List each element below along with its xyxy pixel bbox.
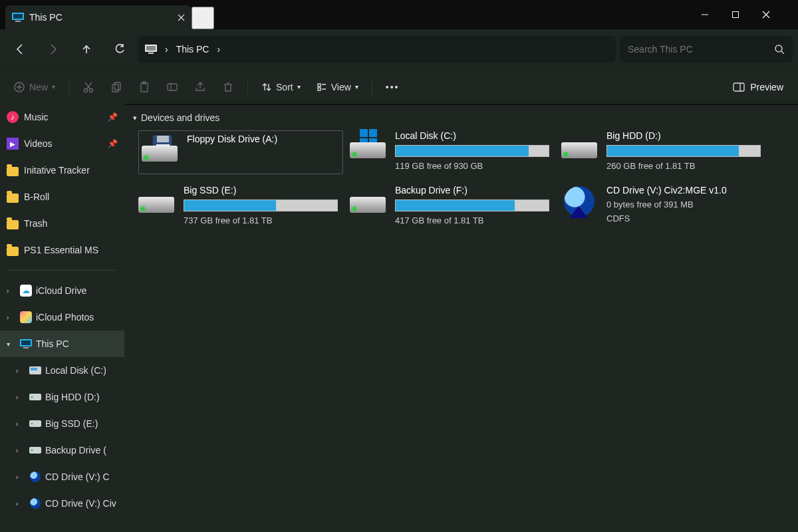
tree-item-cd-drive-v-c[interactable]: › CD Drive (V:) C <box>0 464 124 490</box>
sidebar-item-trash[interactable]: Trash <box>0 210 124 237</box>
drive-name: Floppy Disk Drive (A:) <box>187 134 340 144</box>
sidebar-item-label: Initative Tracker <box>24 165 90 176</box>
separator <box>9 270 115 271</box>
expand-toggle[interactable]: › <box>16 394 25 401</box>
sort-menu[interactable]: Sort ▾ <box>255 75 307 99</box>
delete-button[interactable] <box>215 75 241 99</box>
forward-button[interactable] <box>39 35 68 64</box>
folder-icon <box>7 191 19 203</box>
drive-free-text: 260 GB free of 1.81 TB <box>606 161 766 171</box>
sidebar-item-videos[interactable]: ▶ Videos 📌 <box>0 130 124 157</box>
drive-item[interactable]: CD Drive (V:) Civ2:MGE v1.0 0 bytes free… <box>561 185 766 229</box>
chevron-down-icon: ▾ <box>133 114 137 122</box>
cloud-icon: ☁ <box>20 285 32 297</box>
search-box[interactable] <box>620 36 793 63</box>
hdd-icon <box>29 444 41 456</box>
content-area[interactable]: ▾ Devices and drives Floppy Disk Drive (… <box>125 104 798 532</box>
photos-icon <box>20 311 32 323</box>
svg-rect-3 <box>733 12 739 18</box>
navigation-pane[interactable]: ♪ Music 📌 ▶ Videos 📌 Initative Tracker B… <box>0 104 125 532</box>
tree-item-big-hdd-d-[interactable]: › Big HDD (D:) <box>0 384 124 410</box>
back-button[interactable] <box>5 35 35 64</box>
close-window-button[interactable] <box>762 0 793 29</box>
chevron-down-icon: ▾ <box>355 83 358 90</box>
tree-item-label: Backup Drive ( <box>45 445 106 456</box>
drive-item[interactable]: Big SSD (E:) 737 GB free of 1.81 TB <box>138 185 343 229</box>
more-button[interactable]: ••• <box>379 75 406 99</box>
svg-point-9 <box>84 88 88 92</box>
svg-rect-21 <box>23 347 29 348</box>
tree-item-label: iCloud Photos <box>36 312 94 323</box>
pin-icon: 📌 <box>108 139 118 148</box>
maximize-button[interactable] <box>732 0 762 29</box>
svg-rect-13 <box>141 83 148 92</box>
tree-item-label: CD Drive (V:) Civ <box>45 498 116 509</box>
music-icon: ♪ <box>7 111 19 123</box>
expand-toggle[interactable]: › <box>16 367 25 374</box>
sidebar-item-ps1 essential ms[interactable]: PS1 Essential MS <box>0 237 124 263</box>
drive-name: Big HDD (D:) <box>606 130 766 141</box>
expand-toggle[interactable]: › <box>16 500 25 507</box>
copy-button[interactable] <box>104 75 129 99</box>
more-icon: ••• <box>386 82 400 92</box>
drive-item[interactable]: Local Disk (C:) 119 GB free of 930 GB <box>350 130 555 174</box>
view-menu[interactable]: View ▾ <box>310 75 365 99</box>
address-bar[interactable]: › This PC › <box>138 36 616 63</box>
sidebar-item-initative tracker[interactable]: Initative Tracker <box>0 157 124 184</box>
sidebar-item-label: Trash <box>24 218 47 229</box>
tree-item-icloud-drive[interactable]: › ☁ iCloud Drive <box>0 277 124 304</box>
refresh-button[interactable] <box>105 35 134 64</box>
group-label: Devices and drives <box>141 112 219 123</box>
close-tab-button[interactable] <box>178 14 185 21</box>
address-row: › This PC › <box>0 29 798 69</box>
up-button[interactable] <box>72 35 101 64</box>
expand-toggle[interactable]: › <box>7 287 16 295</box>
paste-button[interactable] <box>132 75 157 99</box>
expand-toggle[interactable]: › <box>16 420 25 428</box>
svg-rect-18 <box>733 83 744 91</box>
rename-button[interactable] <box>160 75 185 99</box>
search-input[interactable] <box>628 44 769 55</box>
sidebar-item-b-roll[interactable]: B-Roll <box>0 184 124 210</box>
view-label: View <box>331 82 351 92</box>
share-button[interactable] <box>188 75 213 99</box>
folder-icon <box>7 244 19 256</box>
tree-item-icloud-photos[interactable]: › iCloud Photos <box>0 304 124 331</box>
cut-button[interactable] <box>76 75 101 99</box>
new-menu[interactable]: New ▾ <box>7 75 62 99</box>
minimize-button[interactable] <box>701 0 732 29</box>
tree-item-local-disk-c-[interactable]: › Local Disk (C:) <box>0 357 124 384</box>
breadcrumb-segment[interactable]: This PC <box>176 44 209 55</box>
expand-toggle[interactable]: ▾ <box>7 340 16 348</box>
preview-pane-toggle[interactable]: Preview <box>725 82 791 92</box>
drive-free-text: 0 bytes free of 391 MB <box>606 200 766 209</box>
tab-strip: This PC <box>0 0 798 29</box>
sidebar-item-label: Videos <box>24 138 53 149</box>
new-tab-button[interactable] <box>192 7 214 29</box>
group-header-devices[interactable]: ▾ Devices and drives <box>125 105 798 130</box>
os-disk-icon <box>350 130 387 162</box>
expand-toggle[interactable]: › <box>16 447 25 454</box>
expand-toggle[interactable]: › <box>16 473 25 481</box>
folder-icon <box>7 217 19 229</box>
tree-item-backup-drive-f-[interactable]: › Backup Drive ( <box>0 437 124 464</box>
tab-title: This PC <box>29 12 63 23</box>
separator <box>247 78 248 96</box>
drive-free-text: 119 GB free of 930 GB <box>395 161 555 171</box>
expand-toggle[interactable]: › <box>7 314 16 321</box>
tree-item-big-ssd-e-[interactable]: › Big SSD (E:) <box>0 410 124 437</box>
tree-item-cd-drive-v-civ[interactable]: › CD Drive (V:) Civ <box>0 490 124 517</box>
tree-item-label: Local Disk (C:) <box>45 365 106 376</box>
pc-icon <box>12 13 24 22</box>
tree-item-this-pc[interactable]: ▾ This PC <box>0 331 124 357</box>
drive-item[interactable]: Floppy Disk Drive (A:) <box>138 130 343 174</box>
drive-item[interactable]: Big HDD (D:) 260 GB free of 1.81 TB <box>561 130 766 174</box>
drive-item[interactable]: Backup Drive (F:) 417 GB free of 1.81 TB <box>350 185 555 229</box>
tree-item-label: CD Drive (V:) C <box>45 471 110 482</box>
tab-this-pc[interactable]: This PC <box>5 5 192 29</box>
sidebar-item-music[interactable]: ♪ Music 📌 <box>0 104 124 130</box>
video-icon: ▶ <box>7 138 19 150</box>
drive-name: Big SSD (E:) <box>184 185 343 196</box>
drive-name: Backup Drive (F:) <box>395 185 555 196</box>
capacity-bar <box>395 200 549 211</box>
